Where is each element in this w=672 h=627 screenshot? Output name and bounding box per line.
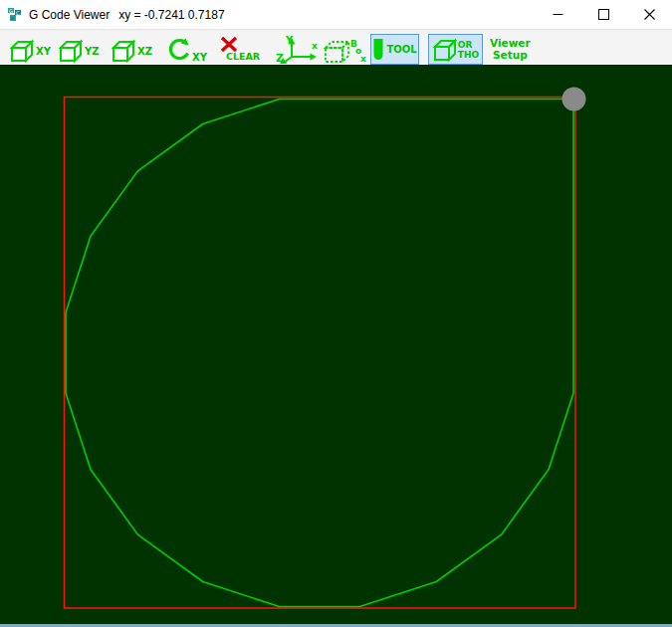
- view-yz-button[interactable]: YZ: [58, 39, 100, 63]
- boundary-square: [65, 98, 576, 609]
- svg-text:x: x: [312, 41, 318, 51]
- toolbar: XY YZ XZ XY: [0, 30, 672, 65]
- endmill-icon: [372, 39, 384, 61]
- box-letter-x: x: [360, 54, 366, 64]
- box-button[interactable]: B o x: [323, 38, 366, 65]
- gcode-plot[interactable]: [0, 65, 672, 624]
- window-title: G Code Viewer: [29, 8, 110, 22]
- ortho-label-line2: THO: [458, 50, 479, 60]
- cube-icon: [432, 38, 458, 62]
- view-xz-label: XZ: [137, 46, 152, 57]
- svg-text:C: C: [16, 9, 20, 15]
- ortho-button[interactable]: ORTHO: [428, 34, 483, 65]
- view-xy-button[interactable]: XY: [9, 39, 51, 63]
- toolpath-polyline: [66, 100, 573, 607]
- svg-text:o: o: [11, 15, 14, 21]
- clear-button[interactable]: CLEAR: [220, 36, 260, 62]
- maximize-icon: [598, 9, 609, 20]
- tool-button[interactable]: TOOL: [370, 34, 419, 65]
- ortho-label-line1: OR: [458, 40, 473, 50]
- viewer-setup-label: ViewerSetup: [490, 37, 531, 61]
- plot-area: [0, 65, 672, 624]
- svg-text:Z: Z: [276, 52, 284, 64]
- titlebar: G C o G Code Viewer xy = -0.7241 0.7187: [0, 0, 672, 30]
- tool-label: TOOL: [386, 44, 416, 55]
- ortho-label: ORTHO: [458, 40, 479, 60]
- viewer-setup-line1: Viewer: [490, 37, 531, 49]
- rotate-xy-label: XY: [192, 52, 207, 63]
- cube-icon: [58, 39, 84, 63]
- rotate-xy-button[interactable]: XY: [166, 37, 207, 63]
- dashed-cube-icon: B o x: [323, 38, 366, 65]
- viewer-setup-button[interactable]: ViewerSetup: [490, 31, 531, 61]
- axes-icon: Y x Z: [276, 35, 322, 64]
- rotate-arrow-icon: [166, 37, 191, 63]
- viewer-setup-line2: Setup: [493, 49, 528, 61]
- app-window: G C o G Code Viewer xy = -0.7241 0.7187: [0, 0, 672, 627]
- minimize-button[interactable]: [535, 0, 580, 29]
- view-xz-button[interactable]: XZ: [111, 39, 152, 63]
- app-icon: G C o: [7, 7, 23, 23]
- maximize-button[interactable]: [580, 0, 626, 29]
- minimize-icon: [553, 9, 563, 20]
- tool-position-marker: [562, 88, 586, 111]
- clear-label: CLEAR: [226, 51, 260, 62]
- coords-readout: xy = -0.7241 0.7187: [118, 8, 224, 22]
- view-xy-label: XY: [36, 46, 51, 57]
- cube-icon: [9, 39, 35, 63]
- cube-icon: [111, 39, 136, 63]
- axes-button[interactable]: Y x Z: [276, 35, 322, 64]
- close-icon: [644, 9, 655, 20]
- close-button[interactable]: [626, 0, 672, 29]
- view-yz-label: YZ: [85, 46, 100, 57]
- svg-text:G: G: [9, 7, 13, 13]
